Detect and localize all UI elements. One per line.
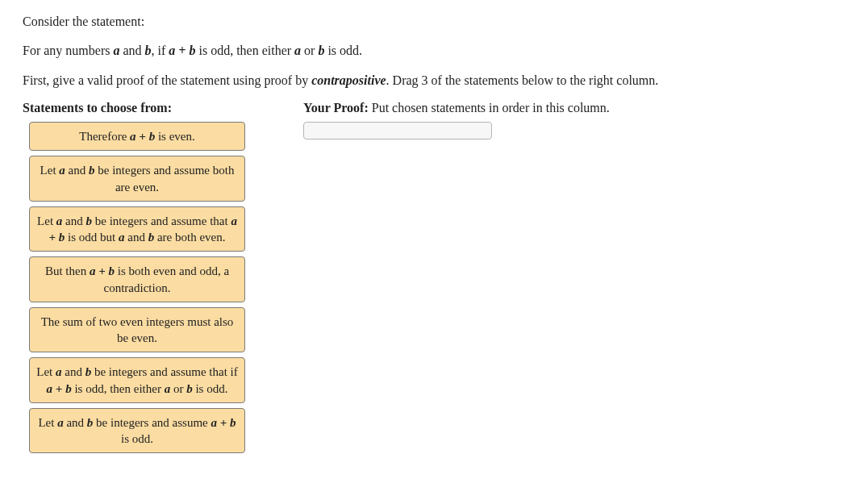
proof-column: Your Proof: Put chosen statements in ord… (303, 101, 836, 140)
draggable-statement[interactable]: Therefore a + b is even. (29, 122, 245, 151)
draggable-statement[interactable]: But then a + b is both even and odd, a c… (29, 256, 245, 302)
choices-list: Therefore a + b is even.Let a and b be i… (23, 122, 268, 453)
choices-header: Statements to choose from: (23, 101, 268, 115)
draggable-statement[interactable]: Let a and b be integers and assume that … (29, 206, 245, 252)
draggable-statement[interactable]: The sum of two even integers must also b… (29, 307, 245, 353)
choices-column: Statements to choose from: Therefore a +… (23, 101, 268, 453)
proof-dropzone[interactable] (303, 122, 492, 140)
prompt-line-3: First, give a valid proof of the stateme… (23, 72, 836, 90)
draggable-statement[interactable]: Let a and b be integers and assume both … (29, 156, 245, 202)
prompt-line-2: For any numbers a and b, if a + b is odd… (23, 42, 836, 60)
proof-header: Your Proof: Put chosen statements in ord… (303, 101, 836, 115)
draggable-statement[interactable]: Let a and b be integers and assume that … (29, 357, 245, 403)
prompt-line-1: Consider the statement: (23, 13, 836, 31)
draggable-statement[interactable]: Let a and b be integers and assume a + b… (29, 408, 245, 454)
